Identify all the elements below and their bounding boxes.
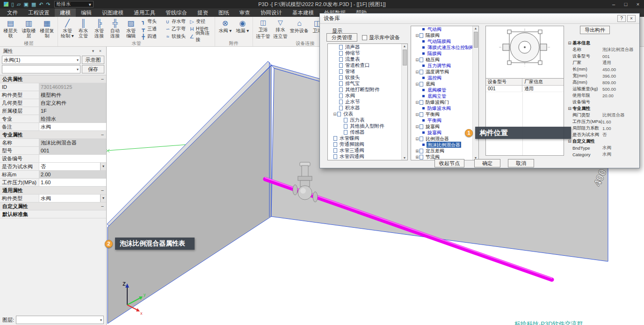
property-row[interactable]: 工作压力(MPa) 1.60 ▾ − (0, 179, 106, 187)
tree-item[interactable]: 泡沫比例混合器 (411, 142, 478, 148)
tree-item[interactable]: ⊟ 稳压阀 (411, 57, 478, 63)
menu-item[interactable]: 管线综合 (160, 8, 192, 17)
ribbon-button[interactable]: ⊗ 水阀 ▾ (217, 17, 234, 34)
scrollbar[interactable]: ▲▼ (472, 26, 478, 160)
redo-icon[interactable]: ↷ (46, 0, 51, 8)
tree-item[interactable]: 旁通脚踏阀 (328, 141, 407, 147)
menu-item[interactable]: 提资 (192, 8, 213, 17)
diagram-button[interactable]: 示意图 (82, 56, 104, 64)
expand-icon[interactable]: ⊟ (415, 124, 420, 129)
tree-item[interactable]: 止水节 (328, 99, 407, 105)
tree-item[interactable]: 气动阀 (411, 26, 478, 32)
property-row[interactable]: 构件类型 水阀 ▾ − (0, 195, 106, 202)
preview-table-row[interactable]: 001 通用 (486, 86, 564, 92)
property-value[interactable]: 001 ▾ (39, 147, 106, 154)
new-file-icon[interactable]: ▯ (11, 0, 14, 8)
menu-item[interactable]: 审查 (234, 8, 255, 17)
ribbon-small-button[interactable]: 连立管 (274, 33, 288, 40)
tree-item[interactable]: 底阀横管 (411, 87, 478, 93)
property-value[interactable]: 给排水 ▾ (39, 115, 106, 123)
menu-item[interactable]: 协同设计 (255, 8, 287, 17)
discipline-selector[interactable]: 给排水 ▾ (54, 1, 94, 7)
ribbon-button[interactable]: ▤ 楼层关联 (1, 17, 20, 38)
ribbon-small-button[interactable]: ∪ 存水弯 (165, 18, 189, 25)
property-row[interactable]: ▾ 默认标准集 − (0, 210, 106, 218)
menu-item[interactable]: 通用工具 (129, 8, 160, 17)
tree-item[interactable]: 水阀 (328, 93, 407, 99)
tree-item[interactable]: 水管四通阀 (328, 153, 407, 159)
tree-item[interactable]: 管道检查口 (328, 62, 407, 68)
ribbon-small-button[interactable]: ≈ 软接头 (165, 33, 189, 40)
expand-icon[interactable]: ⊟ (415, 58, 420, 62)
restore-button[interactable]: □ (620, 0, 632, 8)
collapse-icon[interactable]: ⊟ (567, 41, 572, 45)
property-row[interactable]: ▾ 自定义属性 − (0, 202, 106, 210)
expand-icon[interactable]: ⊞ (415, 149, 420, 153)
preset-selector[interactable]: ▾ (2, 65, 80, 73)
property-row[interactable]: 标高m 2.00 ▾ − (0, 171, 106, 179)
save-icon[interactable]: ▣ (24, 0, 29, 8)
tree-item[interactable]: 排气宝 (328, 80, 407, 87)
menu-item[interactable]: 编辑 (76, 8, 97, 17)
menu-item[interactable]: 文件 (2, 8, 23, 17)
collapse-icon[interactable]: − (99, 187, 106, 194)
cancel-button[interactable]: 取消 (508, 159, 534, 167)
tree-item[interactable]: 其他打断型附件 (328, 87, 407, 93)
ribbon-button[interactable]: ▥ 读取楼层 (20, 17, 38, 38)
tree-item[interactable]: ⊞ 定压差阀 (411, 148, 478, 154)
collapse-icon[interactable]: − (99, 202, 106, 210)
menu-item[interactable]: 图纸 (213, 8, 234, 17)
minimize-button[interactable]: – (608, 0, 620, 8)
expand-icon[interactable]: ⊟ (415, 137, 420, 141)
expand-icon[interactable]: ⊞ (415, 155, 420, 159)
ribbon-button[interactable]: ▽ 排水 (271, 17, 289, 32)
tree-item[interactable]: 其他插入型附件 (328, 123, 407, 129)
help-button[interactable]: ? (617, 15, 626, 22)
dialog-titlebar[interactable]: 设备库 ? × (320, 14, 639, 24)
checkbox[interactable] (362, 35, 367, 40)
tree-item[interactable]: 平衡阀 (411, 117, 478, 123)
property-row[interactable]: 备注 水阀 ▾ − (0, 123, 106, 131)
menu-item[interactable]: 基本建模 (287, 8, 319, 17)
tree-item[interactable]: 水管蝶阀 (328, 135, 407, 141)
tree-item[interactable]: ⊟ 防爆波阀门 (411, 99, 478, 105)
tree-item[interactable]: ⊟ 温度调节阀 (411, 69, 478, 75)
expand-icon[interactable]: ⊟ (333, 112, 337, 116)
property-row[interactable]: 型号 001 ▾ − (0, 147, 106, 155)
dropdown-arrow-icon[interactable]: ▾ (100, 195, 106, 202)
collapse-icon[interactable]: ⊟ (567, 106, 572, 111)
property-row[interactable]: ▾ 通用属性 − (0, 187, 106, 195)
ribbon-button[interactable]: ╱ 水管 绘制 ▾ (59, 17, 75, 38)
save-button[interactable]: 保存 (82, 65, 104, 73)
tree-item[interactable]: 压力表 (328, 117, 407, 123)
property-value[interactable]: 泡沫比例混合器 ▾ (39, 139, 106, 146)
property-value[interactable]: 2.00 ▾ (39, 171, 106, 178)
wall-left-face[interactable] (108, 65, 271, 324)
ribbon-button[interactable]: ║ 布水 立管 (75, 17, 91, 38)
property-row[interactable]: 设备编号 ▾ − (0, 155, 106, 163)
tree-item[interactable]: 流量表 (328, 56, 407, 62)
ribbon-small-button[interactable]: ▷ 变径 (189, 18, 213, 25)
ribbon-small-button[interactable]: ∠ 倒角连接 (189, 33, 213, 40)
ribbon-small-button[interactable]: ┳ 三通 (140, 25, 165, 33)
ribbon-button[interactable]: ◉ 地漏 ▾ (234, 17, 251, 34)
ribbon-button[interactable]: ◫ 卫浴 (254, 17, 272, 32)
tree-item[interactable]: 伸缩节 (328, 50, 407, 56)
ribbon-button[interactable]: ⌂ 室外设备 (289, 17, 310, 34)
ribbon-small-button[interactable]: ╋ 四通 (140, 33, 165, 40)
property-value[interactable]: ▾ (39, 155, 106, 162)
ok-button[interactable]: 确定 (474, 159, 500, 167)
property-value[interactable]: 模型构件 ▾ (39, 91, 106, 99)
property-row[interactable]: ID 73014609125 ▾ − (0, 83, 106, 91)
export-component-button[interactable]: 导出构件 (580, 26, 610, 34)
tree-item[interactable]: ⊟ 隔膜阀 (411, 32, 478, 38)
expand-icon[interactable]: ⊟ (415, 112, 420, 117)
property-value[interactable]: 水阀 ▾ (39, 123, 106, 130)
ribbon-small-button[interactable]: 连干管 (256, 33, 270, 40)
property-row[interactable]: 专业 给排水 ▾ − (0, 115, 106, 123)
property-value[interactable]: 73014609125 ▾ (39, 83, 106, 91)
expand-icon[interactable]: ⊟ (415, 82, 420, 87)
ribbon-button[interactable]: ╠ 水管 连接 (91, 17, 107, 38)
ribbon-small-button[interactable]: ┓ 弯头 (140, 18, 165, 25)
tree-item[interactable]: 消声器 (328, 44, 407, 50)
